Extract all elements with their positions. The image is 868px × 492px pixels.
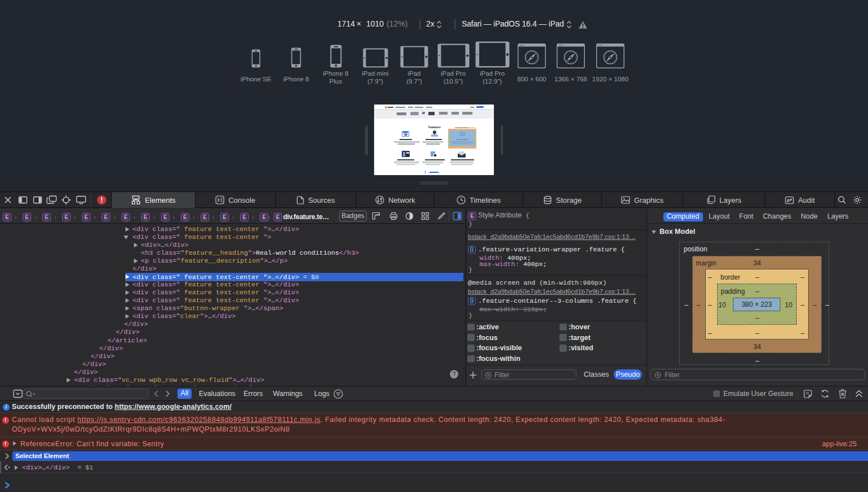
svg-text:JS: JS [805, 391, 809, 394]
